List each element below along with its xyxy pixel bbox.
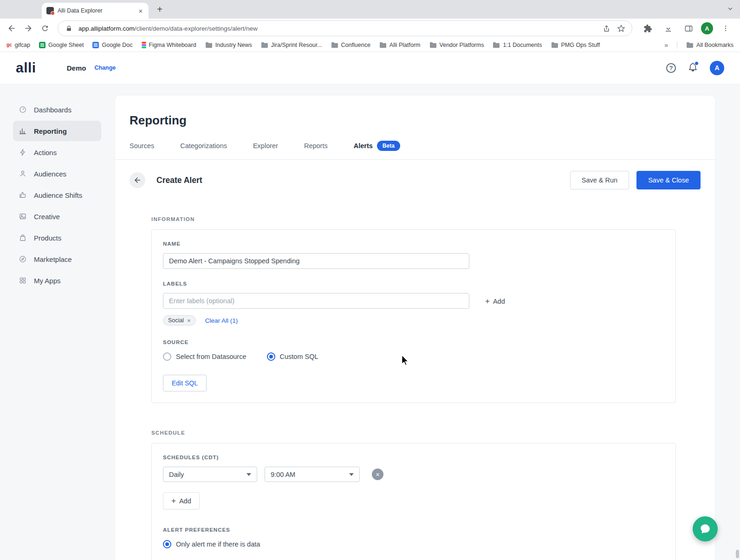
bookmark-figma-whiteboard[interactable]: Figma Whiteboard xyxy=(142,42,196,48)
radio-select-from-datasource[interactable]: Select from Datasource xyxy=(163,352,247,361)
sidebar-item-audience-shifts[interactable]: Audience Shifts xyxy=(13,185,101,205)
add-label-button[interactable]: + Add xyxy=(483,293,507,309)
bookmark-folder-vendor-platforms[interactable]: Vendor Platforms xyxy=(429,42,484,48)
source-field-label: SOURCE xyxy=(163,339,664,345)
chat-widget-button[interactable] xyxy=(693,516,718,541)
tab-search-chevron-icon[interactable] xyxy=(727,6,734,14)
alert-name-input[interactable] xyxy=(163,253,469,269)
back-button[interactable] xyxy=(130,172,145,188)
reload-icon[interactable] xyxy=(37,20,53,36)
radio-only-alert-if-data[interactable]: Only alert me if there is data xyxy=(163,540,664,548)
sidebar-item-label: Creative xyxy=(34,213,60,221)
folder-icon xyxy=(379,42,387,48)
back-icon[interactable] xyxy=(4,20,19,36)
radio-icon[interactable] xyxy=(163,352,171,361)
remove-schedule-button[interactable]: × xyxy=(372,469,383,480)
app-header: alli Demo Change ? A xyxy=(0,52,740,84)
url-path: /client/demo/data-explorer/settings/aler… xyxy=(135,25,258,32)
sidebar-item-actions[interactable]: Actions xyxy=(13,142,101,163)
tab-explorer[interactable]: Explorer xyxy=(253,142,278,150)
chip-remove-icon[interactable]: × xyxy=(187,318,191,324)
download-icon[interactable] xyxy=(660,20,676,36)
browser-tab[interactable]: Alli Data Explorer × xyxy=(42,3,149,19)
plus-icon: + xyxy=(171,497,176,505)
help-icon[interactable]: ? xyxy=(666,63,676,73)
bookmark-folder-industry-news[interactable]: Industry News xyxy=(205,42,252,48)
google-sheet-icon xyxy=(39,42,45,48)
alert-preferences-label: ALERT PREFERENCES xyxy=(163,527,664,533)
save-and-close-button[interactable]: Save & Close xyxy=(636,171,701,189)
actions-icon xyxy=(19,148,27,156)
all-bookmarks-button[interactable]: All Bookmarks xyxy=(686,42,734,48)
frequency-select[interactable]: Daily xyxy=(163,467,257,482)
extensions-puzzle-icon[interactable] xyxy=(640,20,656,36)
sidebar-item-label: Products xyxy=(34,234,61,242)
bookmark-google-doc[interactable]: Google Doc xyxy=(92,42,132,48)
audiences-icon xyxy=(19,169,27,178)
bookmark-folder-alli-platform[interactable]: Alli Platform xyxy=(379,42,421,48)
sidebar-item-creative[interactable]: Creative xyxy=(13,206,101,227)
sidebar-item-label: My Apps xyxy=(34,277,61,285)
sidebar-item-dashboards[interactable]: Dashboards xyxy=(13,99,101,120)
bookmark-gifcap[interactable]: gc gifcap xyxy=(6,42,30,48)
add-schedule-button[interactable]: + Add xyxy=(163,492,200,509)
tab-close-icon[interactable]: × xyxy=(136,7,145,15)
bookmark-label: Google Sheet xyxy=(48,42,84,48)
new-tab-button[interactable]: + xyxy=(153,3,166,16)
audience-shifts-icon xyxy=(19,191,27,199)
bookmark-folder-pmg-ops-stuff[interactable]: PMG Ops Stuff xyxy=(551,42,600,48)
sidebar-item-my-apps[interactable]: My Apps xyxy=(13,270,101,291)
radio-label: Custom SQL xyxy=(280,353,318,360)
share-icon[interactable] xyxy=(601,23,611,33)
bookmark-label: 1:1 Documents xyxy=(503,42,542,48)
labels-input[interactable] xyxy=(163,293,469,309)
tab-reports[interactable]: Reports xyxy=(304,142,328,150)
url-bar[interactable]: app.alliplatform.com/client/demo/data-ex… xyxy=(58,20,632,36)
browser-menu-kebab-icon[interactable] xyxy=(718,20,734,36)
bookmark-label: Google Doc xyxy=(102,42,132,48)
change-client-link[interactable]: Change xyxy=(94,65,116,71)
sidebar-item-marketplace[interactable]: Marketplace xyxy=(13,249,101,269)
page-title: Reporting xyxy=(130,113,701,128)
tab-alerts[interactable]: Alerts Beta xyxy=(354,141,400,151)
tab-label: Alerts xyxy=(354,142,373,150)
alli-logo[interactable]: alli xyxy=(16,60,36,76)
tab-label: Categorizations xyxy=(180,142,227,150)
sidebar-item-label: Audience Shifts xyxy=(34,191,82,199)
radio-selected-icon[interactable] xyxy=(267,352,275,361)
notifications-bell-icon[interactable] xyxy=(688,62,698,74)
folder-icon xyxy=(205,42,213,48)
browser-profile-avatar[interactable]: A xyxy=(701,22,713,34)
bookmarks-overflow-icon[interactable]: » xyxy=(664,41,668,49)
alli-favicon xyxy=(46,7,54,14)
bookmark-folder-confluence[interactable]: Confluence xyxy=(331,42,370,48)
time-select[interactable]: 9:00 AM xyxy=(265,467,360,482)
radio-selected-icon[interactable] xyxy=(163,540,171,548)
products-icon xyxy=(19,234,27,242)
tabs-divider xyxy=(115,159,715,160)
bookmark-folder-jira-sprint[interactable]: Jira/Sprint Resour... xyxy=(261,42,322,48)
scrollbar-thumb[interactable] xyxy=(736,550,739,558)
sidebar-item-audiences[interactable]: Audiences xyxy=(13,163,101,184)
sidebar-item-reporting[interactable]: Reporting xyxy=(13,121,101,141)
schedule-section-label: SCHEDULE xyxy=(151,430,676,436)
edit-sql-button[interactable]: Edit SQL xyxy=(163,375,207,391)
bookmark-star-icon[interactable] xyxy=(616,23,626,33)
chat-bubble-icon xyxy=(699,523,711,535)
radio-label: Select from Datasource xyxy=(176,353,247,360)
sidebar-item-label: Audiences xyxy=(34,170,66,178)
labels-field-label: LABELS xyxy=(163,281,664,287)
radio-custom-sql[interactable]: Custom SQL xyxy=(267,352,318,361)
tab-sources[interactable]: Sources xyxy=(130,142,154,150)
side-panel-icon[interactable] xyxy=(681,20,696,36)
bookmark-label: PMG Ops Stuff xyxy=(561,42,600,48)
user-avatar[interactable]: A xyxy=(710,61,724,75)
sidebar-item-products[interactable]: Products xyxy=(13,228,101,248)
bookmark-google-sheet[interactable]: Google Sheet xyxy=(39,42,84,48)
forward-icon[interactable] xyxy=(20,20,36,36)
app-body: Dashboards Reporting Actions Audiences A… xyxy=(0,84,740,560)
tab-categorizations[interactable]: Categorizations xyxy=(180,142,227,150)
save-and-run-button[interactable]: Save & Run xyxy=(570,171,629,189)
bookmark-folder-1-1-documents[interactable]: 1:1 Documents xyxy=(493,42,542,48)
clear-all-link[interactable]: Clear All (1) xyxy=(205,317,238,324)
